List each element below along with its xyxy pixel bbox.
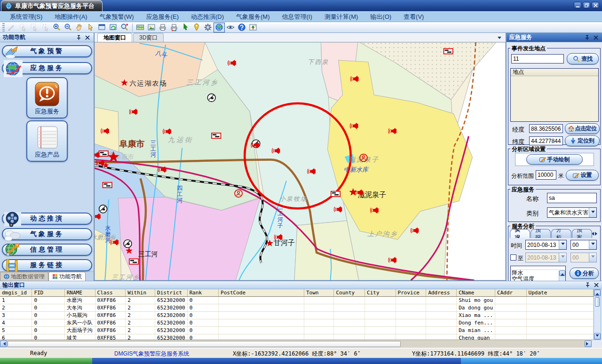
output-horizontal-scrollbar[interactable] (0, 340, 592, 348)
export-image-icon[interactable] (146, 23, 157, 32)
nav-group-emergency-service[interactable]: 应急服务 (2, 62, 92, 74)
column-header[interactable]: FID (32, 289, 64, 297)
close-icon[interactable] (84, 34, 91, 41)
column-header[interactable]: Provice (396, 289, 426, 297)
menu-item[interactable]: 信息管理(I) (276, 12, 318, 22)
tab-scroll-arrows[interactable] (590, 232, 599, 236)
nav-group-dynamic-simulation[interactable]: 动态推演 (2, 213, 92, 225)
menu-item[interactable]: 输出(O) (364, 12, 397, 22)
pin-icon[interactable] (584, 282, 591, 288)
column-header[interactable]: dmgis_id (0, 289, 32, 297)
locate-by-click-button[interactable]: 点击定位 (565, 123, 600, 134)
visibility-eye-icon[interactable] (225, 23, 236, 32)
output-vertical-scrollbar[interactable] (594, 289, 601, 340)
column-header[interactable]: RNAME (64, 289, 95, 297)
locate-pin-icon[interactable] (191, 23, 202, 32)
menu-item[interactable]: 动态推演(D) (185, 12, 230, 22)
layer-manager-icon[interactable] (135, 23, 146, 32)
search-button[interactable]: 查找 (567, 53, 599, 64)
tab-map-view[interactable]: 地图窗口 (97, 33, 132, 42)
tab-map-data-management[interactable]: 地图数据管理 (0, 272, 48, 281)
end-hour-combo[interactable]: 00 (570, 253, 597, 262)
start-hour-combo[interactable]: 00 (570, 240, 597, 250)
pin-icon[interactable] (75, 34, 82, 41)
column-header[interactable]: Address (426, 289, 457, 297)
overview-map-icon[interactable] (247, 23, 259, 32)
restore-button[interactable] (583, 2, 590, 8)
pan-icon[interactable] (74, 23, 85, 32)
tab-3d-view[interactable]: 3D窗口 (133, 33, 164, 42)
pointer-icon[interactable] (85, 23, 96, 32)
chevron-down-icon[interactable] (589, 240, 596, 249)
tab-forecast[interactable]: 预报 (531, 229, 551, 238)
column-header[interactable]: City (365, 289, 396, 297)
menu-item[interactable]: 应急服务(E) (140, 12, 185, 22)
column-header[interactable]: Within (126, 289, 155, 297)
map-tab-menu-button[interactable] (496, 34, 503, 41)
scroll-up-icon[interactable] (594, 290, 601, 296)
menu-item[interactable]: 气象服务(M) (230, 12, 276, 22)
menu-item[interactable]: 系统管理(S) (4, 12, 48, 22)
column-header[interactable]: County (334, 289, 365, 297)
tab-live[interactable]: 实况 (510, 229, 530, 238)
table-row[interactable]: 50大面场子沟0XFF8626523020000Da mian ... (0, 327, 594, 334)
tab-plan[interactable]: 预案 (572, 229, 592, 238)
print-icon[interactable] (157, 23, 168, 32)
zoom-in-icon[interactable] (51, 23, 63, 32)
scroll-thumb[interactable] (595, 297, 600, 307)
column-header[interactable]: CAddr (495, 289, 527, 297)
menu-item[interactable]: 查看(V) (397, 12, 430, 22)
close-icon[interactable] (592, 34, 599, 41)
table-row[interactable]: 10水磨沟0XFF8626523020000Shui mo gou (0, 297, 594, 304)
scroll-left-icon[interactable] (0, 340, 7, 347)
service-type-combo[interactable]: 气象和洪水灾害 (547, 207, 597, 218)
measure-icon[interactable] (6, 23, 17, 32)
pin-icon[interactable] (584, 34, 591, 41)
set-range-button[interactable]: 设置 (566, 170, 599, 181)
longitude-input[interactable] (529, 124, 563, 133)
analyze-button[interactable]: 分析 (570, 268, 599, 279)
full-extent-icon[interactable] (96, 23, 108, 32)
menu-item[interactable]: 测量计算(M) (318, 12, 364, 22)
nav-group-weather-service[interactable]: 气象服务 (2, 228, 92, 240)
column-header[interactable]: Town (304, 289, 333, 297)
location-list[interactable]: 地点 (510, 68, 599, 122)
location-keyword-input[interactable] (511, 54, 564, 63)
menu-item[interactable]: 地图操作(A) (48, 12, 93, 22)
close-button[interactable] (592, 2, 599, 8)
scroll-up-icon[interactable] (559, 270, 565, 276)
table-row[interactable]: 40东风一小队0XFF8626523020000Dong fen... (0, 319, 594, 327)
end-date-combo[interactable]: 2010-08-13 (525, 253, 567, 262)
zoom-out-icon[interactable] (63, 23, 74, 32)
tab-analysis[interactable]: 分析 (551, 229, 571, 238)
close-icon[interactable] (593, 282, 600, 288)
latitude-input[interactable] (529, 136, 563, 145)
select-point-icon[interactable] (40, 23, 51, 32)
help-icon[interactable] (236, 23, 247, 32)
nav-group-service-links[interactable]: 服务链接 (2, 259, 92, 271)
refresh-map-icon[interactable] (108, 23, 119, 32)
tab-function-navigation[interactable]: 功能导航 (48, 272, 86, 281)
scroll-thumb[interactable] (8, 341, 401, 347)
chevron-down-icon[interactable] (589, 208, 596, 217)
settings-gear-icon[interactable] (202, 23, 214, 32)
map-canvas[interactable]: 八斗六运湖农场三工河乡下西泉九运街阜康市城关镇阜康市滋泥泉子中新水库滋泥泉子小泉… (95, 42, 506, 280)
menu-item[interactable]: 气象预警(W) (94, 12, 140, 22)
feature-select-icon[interactable] (180, 23, 191, 32)
emergency-globe-icon[interactable] (214, 23, 225, 32)
emergency-product-shortcut[interactable]: 应急产品 (26, 120, 68, 162)
scroll-down-icon[interactable] (594, 333, 601, 340)
chevron-down-icon[interactable] (559, 240, 566, 249)
range-input[interactable] (536, 170, 556, 180)
table-row[interactable]: 60城关0XFF8526523020000Cheng guan (0, 334, 594, 340)
nav-group-info-management[interactable]: 信息管理 (2, 244, 92, 256)
column-header[interactable]: Rank (187, 289, 218, 297)
nav-group-weather-warning[interactable]: 气象预警 (2, 45, 92, 57)
scroll-right-icon[interactable] (585, 340, 592, 347)
element-listbox[interactable]: 降水空气温度 (510, 266, 566, 281)
column-header[interactable]: PostCode (219, 289, 304, 297)
column-header[interactable]: Class (95, 289, 126, 297)
table-row[interactable]: 20大冬沟0XFF8626523020000Da dong gou (0, 304, 594, 312)
print-setup-icon[interactable] (168, 23, 180, 32)
service-name-input[interactable] (547, 193, 597, 203)
